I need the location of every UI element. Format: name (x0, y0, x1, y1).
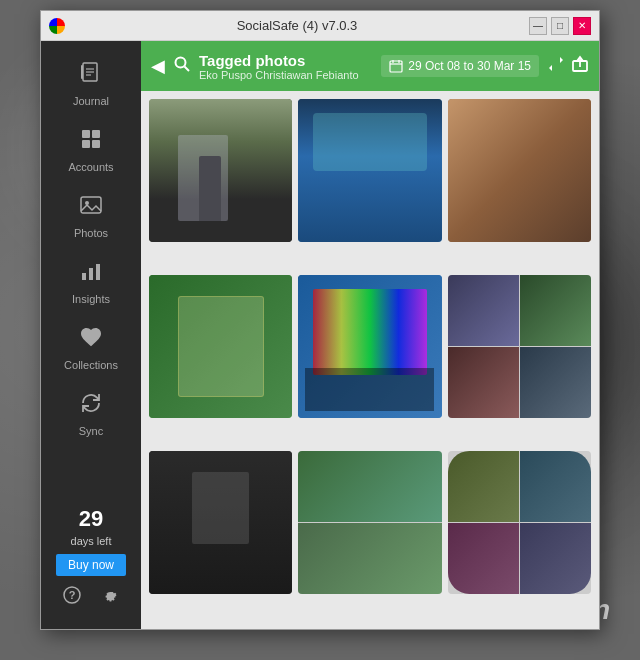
svg-rect-11 (82, 140, 90, 148)
sidebar-item-sync[interactable]: Sync (41, 381, 141, 447)
content-header: ◀ Tagged photos Eko Puspo Christiawan Fe… (141, 41, 599, 91)
svg-rect-10 (92, 130, 100, 138)
journal-icon (79, 61, 103, 91)
header-actions (547, 55, 589, 77)
content-area: ◀ Tagged photos Eko Puspo Christiawan Fe… (141, 41, 599, 629)
search-button[interactable] (173, 55, 191, 77)
main-layout: Journal Accounts (41, 41, 599, 629)
svg-rect-15 (82, 273, 86, 280)
window-controls: — □ ✕ (529, 17, 591, 35)
sidebar-label-insights: Insights (72, 293, 110, 305)
svg-rect-9 (82, 130, 90, 138)
sync-icon (79, 391, 103, 421)
sort-button[interactable] (547, 55, 565, 77)
sidebar-label-sync: Sync (79, 425, 103, 437)
sidebar-item-journal[interactable]: Journal (41, 51, 141, 117)
insights-icon (79, 259, 103, 289)
header-title-block: Tagged photos Eko Puspo Christiawan Febi… (199, 52, 373, 81)
settings-icon[interactable] (101, 586, 119, 609)
svg-rect-22 (390, 61, 402, 72)
sidebar-item-accounts[interactable]: Accounts (41, 117, 141, 183)
photo-cell-8[interactable] (298, 451, 441, 594)
sidebar: Journal Accounts (41, 41, 141, 629)
sidebar-label-journal: Journal (73, 95, 109, 107)
calendar-icon (389, 59, 403, 73)
sidebar-item-photos[interactable]: Photos (41, 183, 141, 249)
svg-rect-16 (89, 268, 93, 280)
buy-now-button[interactable]: Buy now (56, 554, 126, 576)
back-button[interactable]: ◀ (151, 55, 165, 77)
photo-cell-3[interactable] (448, 99, 591, 242)
days-number: 29 (71, 505, 112, 534)
close-button[interactable]: ✕ (573, 17, 591, 35)
photo-cell-2[interactable] (298, 99, 441, 242)
sidebar-label-accounts: Accounts (68, 161, 113, 173)
sort-icon (547, 55, 565, 73)
days-left-box: 29 days left (71, 505, 112, 548)
photo-cell-7[interactable] (149, 451, 292, 594)
svg-line-21 (185, 67, 190, 72)
sidebar-label-collections: Collections (64, 359, 118, 371)
date-range-text: 29 Oct 08 to 30 Mar 15 (408, 59, 531, 73)
photos-icon (79, 193, 103, 223)
share-icon (571, 55, 589, 73)
sidebar-item-insights[interactable]: Insights (41, 249, 141, 315)
bottom-icons: ? (63, 586, 119, 609)
photo-cell-1[interactable] (149, 99, 292, 242)
maximize-button[interactable]: □ (551, 17, 569, 35)
svg-point-20 (176, 58, 186, 68)
title-bar: SocialSafe (4) v7.0.3 — □ ✕ (41, 11, 599, 41)
photo-cell-9[interactable] (448, 451, 591, 594)
days-left-label: days left (71, 534, 112, 548)
svg-rect-17 (96, 264, 100, 280)
svg-rect-5 (81, 65, 83, 79)
svg-text:?: ? (69, 589, 76, 601)
date-range: 29 Oct 08 to 30 Mar 15 (381, 55, 539, 77)
svg-rect-12 (92, 140, 100, 148)
photo-cell-4[interactable] (149, 275, 292, 418)
sidebar-item-collections[interactable]: Collections (41, 315, 141, 381)
window-title: SocialSafe (4) v7.0.3 (65, 18, 529, 33)
header-main-title: Tagged photos (199, 52, 373, 69)
share-button[interactable] (571, 55, 589, 77)
photo-grid (141, 91, 599, 629)
collections-icon (79, 325, 103, 355)
sidebar-bottom: 29 days left Buy now ? (41, 505, 141, 619)
minimize-button[interactable]: — (529, 17, 547, 35)
app-window: SocialSafe (4) v7.0.3 — □ ✕ Jour (40, 10, 600, 630)
app-logo (49, 18, 65, 34)
photo-cell-6[interactable] (448, 275, 591, 418)
svg-rect-13 (81, 197, 101, 213)
header-subtitle: Eko Puspo Christiawan Febianto (199, 69, 373, 81)
help-icon[interactable]: ? (63, 586, 81, 609)
photo-cell-5[interactable] (298, 275, 441, 418)
accounts-icon (79, 127, 103, 157)
sidebar-label-photos: Photos (74, 227, 108, 239)
